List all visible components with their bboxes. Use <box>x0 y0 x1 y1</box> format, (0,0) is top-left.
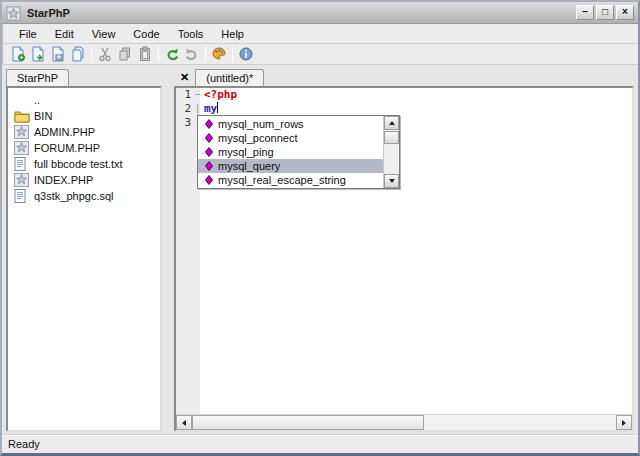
code-text-typed-prefix: my <box>204 102 217 116</box>
save-all-button[interactable] <box>68 45 88 64</box>
autocomplete-item[interactable]: mysql_ping <box>198 145 383 159</box>
scrollbar-track[interactable] <box>384 144 399 174</box>
code-line-2: 2 | my <box>176 102 632 116</box>
function-diamond-icon <box>200 133 216 143</box>
function-diamond-icon <box>200 147 216 157</box>
minimize-button[interactable]: – <box>576 5 594 20</box>
file-row-phpgc-sql[interactable]: q3stk_phpgc.sql <box>10 188 158 204</box>
file-row-index-php[interactable]: INDEX.PHP <box>10 172 158 188</box>
close-button[interactable]: × <box>616 5 634 20</box>
scrollbar-thumb[interactable] <box>384 131 399 144</box>
menu-edit[interactable]: Edit <box>46 26 83 42</box>
file-row-bin[interactable]: BIN <box>10 108 158 124</box>
undo-button[interactable] <box>162 45 182 64</box>
about-info-button[interactable] <box>236 45 256 64</box>
autocomplete-dropdown: mysql_num_rows mysql_pconnect <box>197 115 400 189</box>
scroll-up-icon[interactable] <box>384 116 399 130</box>
autocomplete-item-selected[interactable]: mysql_query <box>198 159 383 173</box>
maximize-button[interactable]: □ <box>596 5 614 20</box>
autocomplete-list: mysql_num_rows mysql_pconnect <box>198 116 383 188</box>
app-window: StarPhP – □ × File Edit View Code Tools … <box>0 0 640 456</box>
scroll-left-icon[interactable] <box>176 415 192 430</box>
redo-button[interactable] <box>182 45 202 64</box>
text-file-icon <box>14 189 30 203</box>
file-label: INDEX.PHP <box>34 174 93 186</box>
paste-button[interactable] <box>135 45 155 64</box>
autocomplete-item-label: mysql_query <box>218 160 280 172</box>
app-logo-star-icon <box>6 5 22 21</box>
menu-view[interactable]: View <box>83 26 125 42</box>
php-star-file-icon <box>14 141 30 155</box>
close-tab-icon[interactable]: ✕ <box>176 69 195 86</box>
code-text-php-tag: <?php <box>204 88 237 102</box>
main-content: StarPhP .. BIN <box>2 65 638 434</box>
scroll-right-icon[interactable] <box>616 415 632 430</box>
autocomplete-item[interactable]: mysql_pconnect <box>198 131 383 145</box>
sidebar-tabstrip: StarPhP <box>6 67 162 86</box>
hscrollbar-thumb[interactable] <box>192 415 424 430</box>
window-title: StarPhP <box>27 7 574 19</box>
menubar: File Edit View Code Tools Help <box>2 24 638 44</box>
code-line-1: 1 − <?php <box>176 88 632 102</box>
menu-file[interactable]: File <box>10 26 46 42</box>
editor-tabstrip: ✕ (untitled)* <box>174 67 634 86</box>
file-browser-pane: StarPhP .. BIN <box>6 67 162 432</box>
toolbar-separator <box>205 46 206 62</box>
toolbar-separator <box>91 46 92 62</box>
file-row-bbcode-txt[interactable]: full bbcode test.txt <box>10 156 158 172</box>
line-number: 2 <box>176 102 191 116</box>
text-file-icon <box>14 157 30 171</box>
statusbar: Ready <box>2 434 638 453</box>
function-diamond-icon <box>200 175 216 185</box>
editor-horizontal-scrollbar[interactable] <box>176 414 632 430</box>
file-label: q3stk_phpgc.sql <box>34 190 114 202</box>
autocomplete-item-label: mysql_real_escape_string <box>218 174 346 186</box>
file-list: .. BIN <box>6 86 162 432</box>
cut-button[interactable] <box>95 45 115 64</box>
save-file-button[interactable] <box>48 45 68 64</box>
file-label: ADMIN.PHP <box>34 126 95 138</box>
sidebar-tab-starphp[interactable]: StarPhP <box>6 69 69 86</box>
color-palette-button[interactable] <box>209 45 229 64</box>
autocomplete-scrollbar[interactable] <box>383 116 399 188</box>
file-label: FORUM.PHP <box>34 142 100 154</box>
menu-tools[interactable]: Tools <box>169 26 213 42</box>
new-file-button[interactable] <box>8 45 28 64</box>
titlebar: StarPhP – □ × <box>2 2 638 24</box>
file-row-admin-php[interactable]: ADMIN.PHP <box>10 124 158 140</box>
autocomplete-item-label: mysql_num_rows <box>218 118 304 130</box>
line-number: 1 <box>176 88 191 102</box>
php-star-file-icon <box>14 125 30 139</box>
function-diamond-icon <box>200 119 216 129</box>
editor-tab-untitled[interactable]: (untitled)* <box>195 69 264 86</box>
toolbar-separator <box>158 46 159 62</box>
copy-button[interactable] <box>115 45 135 64</box>
menu-code[interactable]: Code <box>124 26 168 42</box>
file-label: BIN <box>34 110 52 122</box>
file-row-forum-php[interactable]: FORUM.PHP <box>10 140 158 156</box>
status-text: Ready <box>8 438 40 450</box>
code-area[interactable]: 1 − <?php 2 | my 3 <box>176 88 632 414</box>
autocomplete-item[interactable]: mysql_num_rows <box>198 117 383 131</box>
hscrollbar-track[interactable] <box>424 415 616 430</box>
editor-frame: 1 − <?php 2 | my 3 <box>174 86 634 432</box>
scroll-down-icon[interactable] <box>384 174 399 188</box>
pane-splitter[interactable] <box>162 67 174 432</box>
toolbar-separator <box>232 46 233 62</box>
php-star-file-icon <box>14 173 30 187</box>
fold-guide-line: | <box>191 102 204 116</box>
function-diamond-icon <box>200 161 216 171</box>
autocomplete-item-label: mysql_pconnect <box>218 132 298 144</box>
toolbar <box>2 44 638 65</box>
open-file-button[interactable] <box>28 45 48 64</box>
fold-collapse-icon[interactable]: − <box>191 88 204 102</box>
file-label: full bbcode test.txt <box>34 158 123 170</box>
file-label: .. <box>34 94 40 106</box>
editor-pane: ✕ (untitled)* 1 − <?php 2 | my <box>174 67 634 432</box>
file-row-parent-dir[interactable]: .. <box>10 92 158 108</box>
text-caret <box>217 102 218 113</box>
autocomplete-item[interactable]: mysql_real_escape_string <box>198 173 383 187</box>
menu-help[interactable]: Help <box>212 26 253 42</box>
line-number: 3 <box>176 116 191 130</box>
autocomplete-item-label: mysql_ping <box>218 146 274 158</box>
